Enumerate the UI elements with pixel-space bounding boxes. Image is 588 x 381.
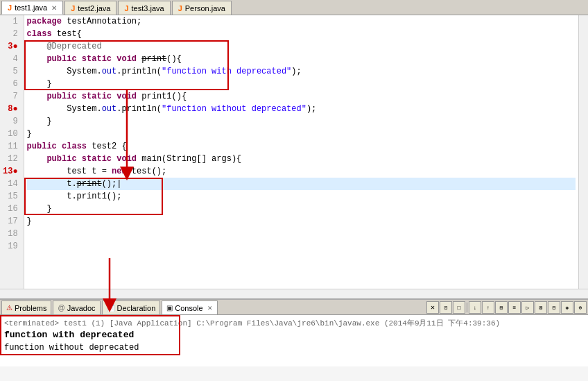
- code-line-13: public static void main(String[] args){: [27, 153, 576, 165]
- javadoc-label: Javadoc: [67, 304, 96, 312]
- code-content[interactable]: package testAnnotation; class test{ @Dep…: [24, 15, 578, 289]
- java-file-icon-4: J: [178, 4, 182, 12]
- code-line-10: }: [27, 115, 576, 128]
- code-line-18: }: [27, 215, 576, 228]
- bottom-tab-console[interactable]: ▣ Console ✕: [162, 300, 217, 314]
- toolbar-btn-12[interactable]: ⊕: [574, 301, 587, 314]
- tab-test1-label: test1.java: [15, 3, 47, 12]
- toolbar-btn-11[interactable]: ◈: [561, 301, 573, 314]
- toolbar-btn-8[interactable]: ▷: [521, 301, 534, 314]
- console-toolbar: ✕ ⊡ □ ↓ ↑ ⊞ ≡ ▷ ⊠ ⊟ ◈ ⊕: [426, 301, 587, 314]
- tab-test3[interactable]: J test3.java: [118, 1, 170, 15]
- code-line-5: System.out.println("function with deprec…: [27, 65, 576, 78]
- vertical-scrollbar[interactable]: [578, 15, 588, 289]
- code-line-3: @Deprecated: [27, 40, 576, 53]
- bottom-tab-declaration[interactable]: 📄 Declaration: [102, 300, 161, 314]
- toolbar-btn-4[interactable]: ↓: [469, 301, 481, 314]
- console-output-line2: function without deprecated: [4, 341, 584, 354]
- code-line-11: }: [27, 128, 576, 140]
- java-file-icon-2: J: [71, 4, 75, 12]
- toolbar-btn-6[interactable]: ⊞: [495, 301, 508, 314]
- code-line-2: class test{: [27, 28, 576, 40]
- console-label: Console: [175, 304, 202, 312]
- tab-person[interactable]: J Person.java: [172, 1, 232, 15]
- problems-icon: ⚠: [6, 304, 12, 312]
- toolbar-btn-3[interactable]: □: [453, 301, 465, 314]
- declaration-icon: 📄: [107, 304, 115, 312]
- toolbar-btn-10[interactable]: ⊟: [548, 301, 560, 314]
- code-line-16: t.print1();: [27, 190, 576, 203]
- ide-window: J test1.java ✕ J test2.java J test3.java…: [0, 0, 588, 381]
- toolbar-btn-7[interactable]: ≡: [508, 301, 521, 314]
- tab-test3-label: test3.java: [132, 4, 164, 12]
- bottom-tab-problems[interactable]: ⚠ Problems: [1, 300, 51, 314]
- console-output-line1: function with deprecated: [4, 329, 584, 341]
- editor-area: 1 2 3● 4 5 6 7 8● 9 10 11 12 13● 14 15 1…: [0, 15, 588, 298]
- toolbar-separator: [467, 303, 467, 312]
- tab-test2[interactable]: J test2.java: [64, 1, 116, 15]
- editor-tab-bar: J test1.java ✕ J test2.java J test3.java…: [0, 0, 588, 15]
- toolbar-btn-1[interactable]: ✕: [426, 301, 439, 314]
- code-line-14: test t = new test();: [27, 165, 576, 178]
- tab-test1[interactable]: J test1.java ✕: [1, 1, 63, 15]
- bottom-tab-bar: ⚠ Problems @ Javadoc 📄 Declaration ▣ Con…: [0, 300, 588, 315]
- horizontal-scrollbar[interactable]: [0, 289, 588, 298]
- tab-person-label: Person.java: [185, 4, 225, 12]
- toolbar-btn-9[interactable]: ⊠: [535, 301, 547, 314]
- line-numbers: 1 2 3● 4 5 6 7 8● 9 10 11 12 13● 14 15 1…: [0, 15, 24, 289]
- bottom-tab-javadoc[interactable]: @ Javadoc: [53, 300, 100, 314]
- bottom-panel: ⚠ Problems @ Javadoc 📄 Declaration ▣ Con…: [0, 298, 588, 381]
- code-line-12: public class test2 {: [27, 140, 576, 153]
- problems-label: Problems: [15, 304, 46, 312]
- console-terminated-line: <terminated> test1 (1) [Java Application…: [4, 318, 584, 329]
- java-file-icon: J: [8, 3, 12, 12]
- code-line-15: t.print();|: [27, 178, 576, 190]
- console-output: <terminated> test1 (1) [Java Application…: [0, 315, 588, 366]
- toolbar-btn-2[interactable]: ⊡: [440, 301, 452, 314]
- code-line-8: public static void print1(){: [27, 90, 576, 103]
- code-line-4: public static void print(){: [27, 53, 576, 65]
- code-line-17: }: [27, 203, 576, 215]
- tab-close-icon[interactable]: ✕: [51, 4, 57, 12]
- declaration-label: Declaration: [117, 304, 156, 312]
- java-file-icon-3: J: [124, 4, 128, 12]
- toolbar-btn-5[interactable]: ↑: [482, 301, 494, 314]
- console-close-icon[interactable]: ✕: [207, 305, 213, 312]
- javadoc-icon: @: [58, 304, 64, 312]
- code-line-1: package testAnnotation;: [27, 15, 576, 28]
- tab-test2-label: test2.java: [78, 4, 110, 12]
- console-icon: ▣: [166, 304, 173, 312]
- code-line-9: System.out.println("function without dep…: [27, 103, 576, 115]
- code-line-6: }: [27, 78, 576, 90]
